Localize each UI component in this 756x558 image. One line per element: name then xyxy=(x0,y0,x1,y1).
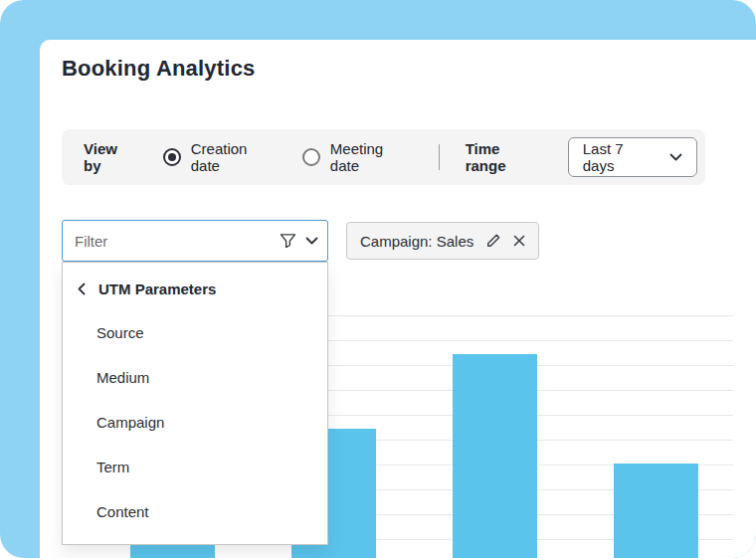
analytics-card: Booking Analytics View by Creation date … xyxy=(40,40,756,558)
chevron-down-icon[interactable] xyxy=(305,237,318,245)
chart-bar xyxy=(453,354,537,558)
dropdown-item-term[interactable]: Term xyxy=(63,445,327,489)
radio-label: Creation date xyxy=(191,140,277,174)
dropdown-header-label: UTM Parameters xyxy=(98,280,216,297)
dropdown-header[interactable]: UTM Parameters xyxy=(63,263,327,310)
radio-creation-date[interactable]: Creation date xyxy=(163,140,277,174)
chart-bar xyxy=(614,464,698,558)
filter-dropdown: UTM Parameters Source Medium Campaign Te… xyxy=(62,262,328,545)
radio-selected-icon xyxy=(163,148,181,166)
radio-meeting-date[interactable]: Meeting date xyxy=(302,140,413,174)
chevron-left-icon xyxy=(78,282,86,295)
funnel-icon[interactable] xyxy=(280,234,296,249)
time-range-label: Time range xyxy=(466,140,542,174)
chip-label: Campaign: Sales xyxy=(360,233,473,250)
time-range-select[interactable]: Last 7 days xyxy=(568,137,697,177)
radio-unselected-icon xyxy=(302,148,320,166)
view-by-label: View by xyxy=(84,140,137,174)
dropdown-item-source[interactable]: Source xyxy=(63,310,327,355)
time-range-value: Last 7 days xyxy=(583,140,656,174)
filter-chip: Campaign: Sales xyxy=(346,222,539,260)
radio-label: Meeting date xyxy=(330,140,413,174)
divider xyxy=(439,144,440,170)
dropdown-item-campaign[interactable]: Campaign xyxy=(63,400,327,445)
page-title: Booking Analytics xyxy=(62,56,256,82)
dropdown-item-content[interactable]: Content xyxy=(63,489,327,534)
app-background: Booking Analytics View by Creation date … xyxy=(0,0,756,558)
chevron-down-icon xyxy=(669,153,682,161)
filter-input-wrap xyxy=(62,220,328,262)
pencil-icon[interactable] xyxy=(485,233,501,249)
dropdown-item-medium[interactable]: Medium xyxy=(63,355,327,400)
viewby-toolbar: View by Creation date Meeting date Time … xyxy=(62,129,705,185)
x-icon[interactable] xyxy=(513,235,525,247)
